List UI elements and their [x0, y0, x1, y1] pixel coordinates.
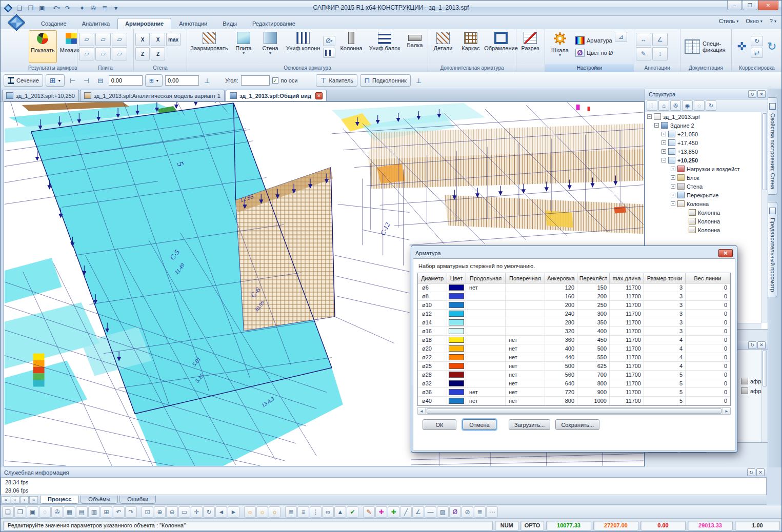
doc-tab-analytic-model[interactable]: зд_1_2013.spf:Аналитическая модель вариа… [80, 90, 225, 101]
home-icon[interactable]: ⌂ [658, 100, 669, 111]
grid-mode-dropdown[interactable]: ⊞ ▾ [46, 74, 65, 87]
orbit-icon[interactable]: ↻ [203, 506, 215, 518]
scrollbar-thumb[interactable] [427, 408, 721, 414]
dimension-linear-icon[interactable]: ↔ [636, 33, 651, 46]
angle-icon[interactable]: ∠ [412, 506, 424, 518]
quick-icon[interactable]: ▣ [37, 3, 47, 13]
first-icon[interactable]: « [2, 496, 10, 504]
pan-icon[interactable]: ✛ [191, 506, 203, 518]
previous-view-icon[interactable]: ◄ [215, 506, 227, 518]
tree-item[interactable]: + Стена [645, 182, 768, 191]
column-header[interactable]: Диаметр [418, 273, 447, 283]
column-base-icon[interactable]: ⊥ [413, 75, 425, 86]
dimension-vertical-icon[interactable]: ↕ [652, 47, 668, 60]
table-row[interactable]: ø36 нет нет 720 900 11700 5 0 [418, 388, 730, 397]
section-plane-button[interactable]: Сечение [4, 74, 43, 87]
anchor-icon[interactable]: ⊥ [202, 75, 213, 86]
expander-icon[interactable]: + [671, 193, 675, 197]
expander-icon[interactable]: + [661, 132, 666, 136]
horizontal-scrollbar[interactable]: ◄ ► [417, 407, 731, 415]
panel-close-button[interactable]: ✕ [757, 341, 766, 349]
panel-close-button[interactable]: ✕ [756, 468, 765, 476]
plate-reinforce-4-icon[interactable]: ▱ [79, 47, 94, 60]
light-point-icon[interactable]: ☼ [269, 506, 280, 518]
column-header[interactable]: Цвет [447, 273, 466, 283]
angle-input[interactable] [241, 75, 270, 86]
move-icon[interactable]: ✜ [737, 40, 747, 53]
wall-x-bottom-icon[interactable]: X [151, 33, 165, 46]
levels-icon[interactable]: ⋮ [310, 506, 322, 518]
ok-button[interactable]: ОК [423, 419, 456, 430]
ortho-indicator[interactable]: ОРТО [520, 521, 544, 530]
tree-item[interactable]: − зд_1_2013.spf [645, 112, 768, 121]
minimize-button[interactable]: – [727, 1, 742, 10]
table-row[interactable]: ø14 280 350 11700 3 0 [418, 318, 730, 327]
print-icon[interactable]: ✇ [670, 100, 681, 111]
table-row[interactable]: ø22 нет 440 550 11700 4 0 [418, 353, 730, 362]
add-node-green-icon[interactable]: ✚ [388, 506, 399, 518]
column-header[interactable]: Размер точки [644, 273, 686, 283]
zoom-extents-icon[interactable]: ▭ [178, 506, 190, 518]
pencil-icon[interactable]: ✎ [363, 506, 375, 518]
unified-columns-button[interactable]: Униф.колонн [284, 30, 322, 63]
diameter-icon[interactable]: Ø [449, 506, 461, 518]
table-row[interactable]: ø6 нет 120 150 11700 3 0 [418, 283, 730, 292]
undo-icon[interactable]: ↶ [113, 506, 125, 518]
expander-icon[interactable]: + [661, 149, 666, 154]
quick-icon[interactable]: ❏ [14, 3, 25, 13]
copy-icon[interactable]: ▤ [76, 506, 88, 518]
tree-item[interactable]: − Здание 2 [645, 121, 768, 130]
layers-icon[interactable]: ≡ [297, 506, 309, 518]
num-indicator[interactable]: NUM [495, 521, 518, 530]
show-results-button[interactable]: Показать [29, 30, 57, 63]
structure-panel-header[interactable]: Структура ↻ ✕ [645, 89, 768, 99]
menu-tab-sozdanie[interactable]: Создание [33, 18, 74, 29]
search-icon[interactable]: ◌ [694, 100, 705, 111]
next-view-icon[interactable]: ► [228, 506, 239, 518]
up-icon[interactable]: ▲ [334, 506, 346, 518]
redo-icon[interactable]: ↷ [125, 506, 137, 518]
prev-icon[interactable]: ‹ [11, 496, 19, 504]
wall-z-right-icon[interactable]: Z [151, 47, 165, 60]
framing-button[interactable]: Обрамление [485, 30, 517, 63]
table-row[interactable]: ø20 нет 400 500 11700 4 0 [418, 344, 730, 353]
section-button[interactable]: Разрез [518, 30, 543, 63]
window-menu[interactable]: Окно▾ [746, 18, 763, 24]
expander-icon[interactable]: − [654, 123, 659, 128]
apply-icon[interactable]: ✔ [347, 506, 358, 518]
table-row[interactable]: ø12 240 300 11700 3 0 [418, 310, 730, 318]
doc-tab-level[interactable]: зд_1_2013.spf:+10,250 [2, 90, 79, 101]
expander-icon[interactable]: − [671, 201, 675, 206]
capital-button[interactable]: ⊤ Капитель [316, 74, 357, 87]
expander-icon[interactable]: − [661, 158, 666, 162]
offset-top-input[interactable] [109, 75, 143, 86]
save-icon[interactable]: ▣ [27, 506, 38, 518]
more-icon[interactable]: ⋯ [486, 506, 498, 518]
zoom-out-icon[interactable]: ⊖ [166, 506, 178, 518]
cage-button[interactable]: Каркас [457, 30, 484, 63]
expander-icon[interactable]: + [671, 167, 675, 171]
tree-item[interactable]: + +13,850 [645, 147, 768, 156]
orbit-3d-icon[interactable]: ↻ [767, 40, 776, 53]
open-icon[interactable]: ❐ [14, 506, 26, 518]
reinforce-button[interactable]: Заармировать [189, 30, 230, 63]
doc-tab-general-view[interactable]: зд_1_2013.spf:Общий вид ✕ [226, 90, 327, 101]
restore-button[interactable]: ❐ [743, 1, 757, 10]
expander-icon[interactable]: − [647, 114, 652, 119]
load-button[interactable]: Загрузить... [509, 419, 550, 430]
close-button[interactable]: ✕ [758, 1, 778, 10]
plate-reinforce-5-icon[interactable]: ▱ [95, 47, 111, 60]
menu-tab-armirovanie[interactable]: Армирование [117, 18, 171, 29]
paste-icon[interactable]: ▥ [88, 506, 100, 518]
ruler-icon[interactable]: ╱ [400, 506, 412, 518]
column-header[interactable]: Поперечная [506, 273, 545, 283]
grid-icon[interactable]: ⊞ [101, 506, 112, 518]
column-header[interactable]: Вес линии [686, 273, 730, 283]
link-icon[interactable]: ∞ [322, 506, 334, 518]
plate-reinforce-3-icon[interactable]: ▱ [112, 33, 127, 46]
tree-item[interactable]: + Нагрузки и воздейст [645, 165, 768, 173]
tree-item[interactable]: Колонна [645, 217, 768, 226]
wall-armature-button[interactable]: Стена ▾ [257, 30, 283, 63]
quick-icon[interactable]: ≣ [99, 3, 110, 13]
panel-pin-button[interactable]: ↻ [748, 341, 756, 349]
